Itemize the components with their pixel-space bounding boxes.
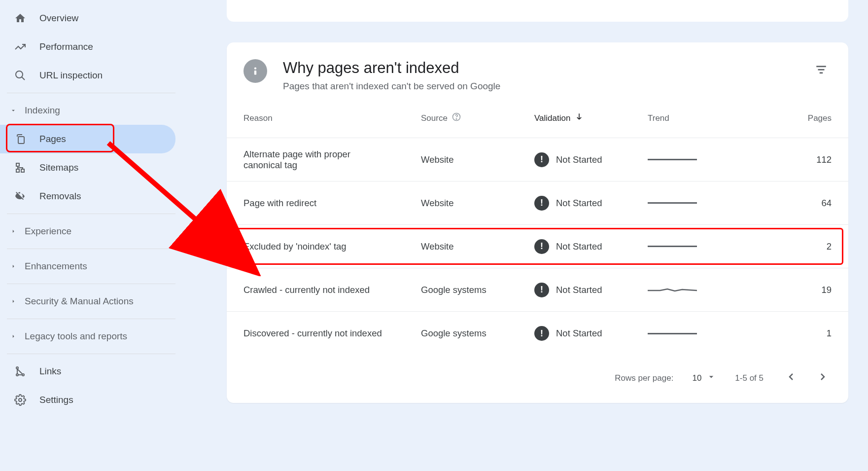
cell-trend: [648, 202, 741, 204]
status-not-started-icon: !: [534, 326, 549, 341]
sidebar-item-links[interactable]: Links: [0, 357, 182, 386]
card-title: Why pages aren't indexed: [283, 59, 500, 77]
svg-point-9: [19, 399, 22, 401]
svg-rect-13: [818, 69, 825, 71]
col-source[interactable]: Source: [421, 112, 534, 124]
chevron-down-icon: [706, 372, 716, 384]
svg-point-10: [254, 67, 256, 69]
col-validation[interactable]: Validation: [534, 112, 648, 124]
divider: [7, 93, 175, 93]
svg-point-6: [16, 367, 18, 369]
sidebar-section-label: Indexing: [25, 105, 60, 116]
status-not-started-icon: !: [534, 152, 549, 167]
svg-rect-12: [816, 66, 826, 67]
sidebar-section-label: Enhancements: [25, 261, 87, 272]
help-icon[interactable]: [451, 112, 461, 124]
trend-sparkline: [648, 159, 697, 160]
cell-source: Website: [421, 198, 534, 209]
cell-validation: !Not Started: [534, 326, 648, 341]
prev-page-button[interactable]: [782, 368, 800, 388]
visibility-off-icon: [14, 190, 27, 203]
rows-per-page-label: Rows per page:: [615, 373, 673, 383]
trend-sparkline: [648, 288, 697, 292]
cell-pages: 1: [741, 328, 832, 339]
sidebar-section-enhancements[interactable]: Enhancements: [0, 252, 182, 281]
validation-label: Not Started: [556, 198, 602, 209]
sidebar-section-indexing[interactable]: Indexing: [0, 96, 182, 125]
cell-reason: Alternate page with proper canonical tag: [243, 149, 391, 171]
sidebar-item-sitemaps[interactable]: Sitemaps: [0, 153, 182, 182]
trend-sparkline: [648, 202, 697, 204]
sidebar-item-label: Sitemaps: [39, 162, 78, 173]
filter-button[interactable]: [811, 59, 832, 82]
divider: [7, 249, 175, 249]
cell-trend: [648, 288, 741, 292]
cell-pages: 19: [741, 285, 832, 295]
sidebar-item-performance[interactable]: Performance: [0, 33, 182, 61]
table-row[interactable]: Page with redirectWebsite!Not Started64: [227, 181, 848, 225]
sidebar-section-label: Experience: [25, 226, 71, 237]
sidebar-section-legacy[interactable]: Legacy tools and reports: [0, 322, 182, 351]
table-row[interactable]: Crawled - currently not indexedGoogle sy…: [227, 268, 848, 312]
svg-rect-14: [820, 72, 823, 73]
table-row[interactable]: Discovered - currently not indexedGoogle…: [227, 312, 848, 355]
sidebar-item-label: URL inspection: [39, 70, 103, 81]
sidebar: Overview Performance URL inspection Inde…: [0, 0, 182, 471]
trend-sparkline: [648, 246, 697, 247]
sidebar-item-removals[interactable]: Removals: [0, 182, 182, 211]
svg-point-16: [456, 119, 456, 119]
cell-reason: Excluded by 'noindex' tag: [243, 241, 391, 252]
svg-rect-11: [254, 71, 256, 75]
cell-reason: Page with redirect: [243, 198, 391, 209]
col-trend[interactable]: Trend: [648, 113, 741, 123]
table-row[interactable]: Alternate page with proper canonical tag…: [227, 138, 848, 181]
sidebar-item-settings[interactable]: Settings: [0, 386, 182, 414]
validation-label: Not Started: [556, 241, 602, 252]
next-page-button[interactable]: [814, 368, 832, 388]
gear-icon: [14, 394, 27, 406]
divider: [7, 214, 175, 214]
sidebar-section-experience[interactable]: Experience: [0, 217, 182, 246]
sidebar-item-label: Pages: [39, 134, 66, 145]
cell-pages: 2: [741, 241, 832, 252]
cell-trend: [648, 333, 741, 334]
divider: [7, 284, 175, 284]
chevron-down-icon: [9, 107, 18, 114]
validation-label: Not Started: [556, 285, 602, 295]
sidebar-item-pages[interactable]: Pages: [0, 125, 175, 153]
svg-point-8: [22, 374, 24, 376]
chevron-right-icon: [9, 263, 18, 270]
status-not-started-icon: !: [534, 283, 549, 297]
pages-icon: [14, 133, 27, 145]
table-row[interactable]: Excluded by 'noindex' tagWebsite!Not Sta…: [227, 225, 848, 268]
card-header: Why pages aren't indexed Pages that aren…: [227, 59, 848, 99]
trend-sparkline: [648, 333, 697, 334]
sidebar-section-security[interactable]: Security & Manual Actions: [0, 287, 182, 316]
sidebar-section-label: Security & Manual Actions: [25, 296, 134, 307]
cell-trend: [648, 246, 741, 247]
cell-reason: Discovered - currently not indexed: [243, 328, 391, 339]
chevron-right-icon: [9, 228, 18, 235]
sidebar-item-label: Removals: [39, 191, 81, 202]
main-content: Why pages aren't indexed Pages that aren…: [182, 0, 868, 471]
reasons-card: Why pages aren't indexed Pages that aren…: [227, 42, 848, 403]
svg-point-0: [16, 71, 23, 78]
sidebar-item-label: Links: [39, 366, 61, 377]
cell-pages: 112: [741, 154, 832, 165]
divider: [7, 354, 175, 354]
validation-label: Not Started: [556, 154, 602, 165]
validation-label: Not Started: [556, 328, 602, 339]
col-pages[interactable]: Pages: [741, 113, 832, 123]
sidebar-item-overview[interactable]: Overview: [0, 4, 182, 33]
cell-source: Website: [421, 154, 534, 165]
sidebar-item-url-inspection[interactable]: URL inspection: [0, 61, 182, 90]
cell-source: Website: [421, 241, 534, 252]
status-not-started-icon: !: [534, 196, 549, 211]
col-reason[interactable]: Reason: [243, 113, 421, 123]
cell-validation: !Not Started: [534, 196, 648, 211]
rows-per-page-select[interactable]: 10: [692, 372, 716, 384]
links-icon: [14, 365, 27, 378]
pagination-range: 1-5 of 5: [735, 373, 764, 383]
sidebar-section-label: Legacy tools and reports: [25, 331, 127, 342]
cell-source: Google systems: [421, 285, 534, 295]
